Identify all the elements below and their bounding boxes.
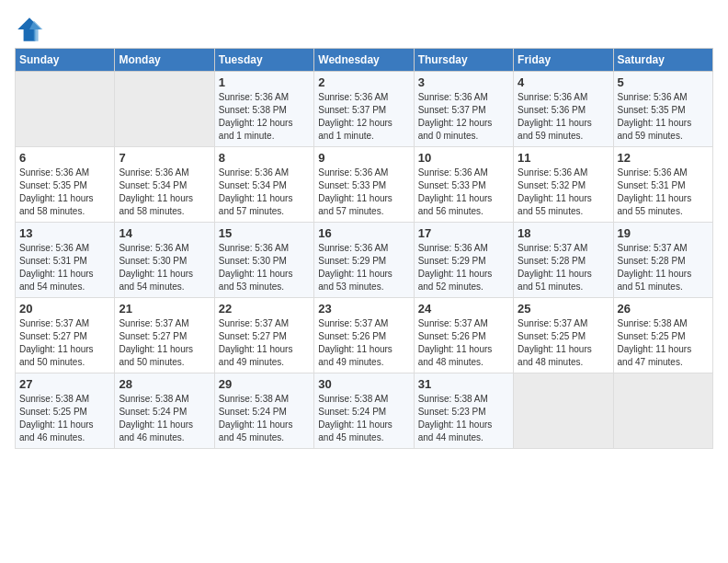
calendar-cell: 1Sunrise: 5:36 AMSunset: 5:38 PMDaylight… [214, 72, 313, 147]
day-info: Sunrise: 5:36 AMSunset: 5:34 PMDaylight:… [219, 167, 310, 218]
day-info: Sunrise: 5:37 AMSunset: 5:26 PMDaylight:… [418, 317, 509, 369]
day-info: Sunrise: 5:36 AMSunset: 5:30 PMDaylight:… [219, 242, 310, 293]
header-sunday: Sunday [16, 49, 115, 72]
header-friday: Friday [514, 49, 613, 72]
day-number: 25 [518, 302, 609, 316]
header-thursday: Thursday [414, 49, 513, 72]
calendar-cell: 26Sunrise: 5:38 AMSunset: 5:25 PMDayligh… [613, 298, 712, 373]
day-info: Sunrise: 5:37 AMSunset: 5:28 PMDaylight:… [618, 242, 709, 293]
day-number: 30 [318, 377, 409, 391]
calendar-week-row: 6Sunrise: 5:36 AMSunset: 5:35 PMDaylight… [16, 147, 713, 223]
calendar-cell [115, 72, 214, 147]
day-number: 21 [119, 302, 210, 316]
day-number: 2 [318, 75, 409, 89]
day-info: Sunrise: 5:38 AMSunset: 5:23 PMDaylight:… [418, 393, 509, 444]
calendar-cell: 12Sunrise: 5:36 AMSunset: 5:31 PMDayligh… [613, 147, 712, 223]
day-number: 1 [219, 75, 310, 89]
calendar-cell [16, 72, 115, 147]
header-saturday: Saturday [613, 49, 712, 72]
day-info: Sunrise: 5:36 AMSunset: 5:34 PMDaylight:… [119, 167, 210, 218]
day-number: 11 [518, 151, 609, 165]
day-info: Sunrise: 5:38 AMSunset: 5:24 PMDaylight:… [219, 393, 310, 444]
day-number: 20 [19, 302, 110, 316]
calendar-cell: 30Sunrise: 5:38 AMSunset: 5:24 PMDayligh… [314, 373, 414, 449]
calendar-cell: 19Sunrise: 5:37 AMSunset: 5:28 PMDayligh… [613, 223, 712, 298]
calendar-cell: 14Sunrise: 5:36 AMSunset: 5:30 PMDayligh… [115, 223, 214, 298]
day-number: 9 [318, 151, 409, 165]
day-info: Sunrise: 5:37 AMSunset: 5:28 PMDaylight:… [518, 242, 609, 293]
calendar-week-row: 27Sunrise: 5:38 AMSunset: 5:25 PMDayligh… [16, 373, 713, 449]
day-info: Sunrise: 5:36 AMSunset: 5:36 PMDaylight:… [518, 91, 609, 143]
calendar-cell: 13Sunrise: 5:36 AMSunset: 5:31 PMDayligh… [16, 223, 115, 298]
calendar-cell: 5Sunrise: 5:36 AMSunset: 5:35 PMDaylight… [613, 72, 712, 147]
day-number: 17 [418, 226, 509, 240]
day-info: Sunrise: 5:36 AMSunset: 5:32 PMDaylight:… [518, 167, 609, 218]
calendar-cell: 22Sunrise: 5:37 AMSunset: 5:27 PMDayligh… [214, 298, 313, 373]
calendar-cell: 16Sunrise: 5:36 AMSunset: 5:29 PMDayligh… [314, 223, 414, 298]
calendar-cell: 18Sunrise: 5:37 AMSunset: 5:28 PMDayligh… [514, 223, 613, 298]
day-info: Sunrise: 5:38 AMSunset: 5:24 PMDaylight:… [119, 393, 210, 444]
calendar-cell: 23Sunrise: 5:37 AMSunset: 5:26 PMDayligh… [314, 298, 414, 373]
day-number: 8 [219, 151, 310, 165]
day-number: 6 [19, 151, 110, 165]
calendar-cell: 28Sunrise: 5:38 AMSunset: 5:24 PMDayligh… [115, 373, 214, 449]
day-info: Sunrise: 5:36 AMSunset: 5:29 PMDaylight:… [418, 242, 509, 293]
day-info: Sunrise: 5:36 AMSunset: 5:35 PMDaylight:… [19, 167, 110, 218]
calendar-cell: 15Sunrise: 5:36 AMSunset: 5:30 PMDayligh… [214, 223, 313, 298]
day-info: Sunrise: 5:37 AMSunset: 5:25 PMDaylight:… [518, 317, 609, 369]
calendar-header-row: SundayMondayTuesdayWednesdayThursdayFrid… [16, 49, 713, 72]
day-number: 13 [19, 226, 110, 240]
day-info: Sunrise: 5:36 AMSunset: 5:30 PMDaylight:… [119, 242, 210, 293]
day-number: 10 [418, 151, 509, 165]
day-number: 29 [219, 377, 310, 391]
logo-icon [15, 15, 44, 44]
day-info: Sunrise: 5:36 AMSunset: 5:37 PMDaylight:… [418, 91, 509, 143]
day-info: Sunrise: 5:37 AMSunset: 5:27 PMDaylight:… [19, 317, 110, 369]
calendar-cell: 6Sunrise: 5:36 AMSunset: 5:35 PMDaylight… [16, 147, 115, 223]
day-info: Sunrise: 5:36 AMSunset: 5:35 PMDaylight:… [618, 91, 709, 143]
calendar-week-row: 20Sunrise: 5:37 AMSunset: 5:27 PMDayligh… [16, 298, 713, 373]
calendar-week-row: 1Sunrise: 5:36 AMSunset: 5:38 PMDaylight… [16, 72, 713, 147]
day-number: 18 [518, 226, 609, 240]
day-info: Sunrise: 5:36 AMSunset: 5:31 PMDaylight:… [19, 242, 110, 293]
day-info: Sunrise: 5:36 AMSunset: 5:37 PMDaylight:… [318, 91, 409, 143]
day-info: Sunrise: 5:37 AMSunset: 5:27 PMDaylight:… [219, 317, 310, 369]
calendar-cell [613, 373, 712, 449]
calendar-cell: 4Sunrise: 5:36 AMSunset: 5:36 PMDaylight… [514, 72, 613, 147]
calendar-cell: 2Sunrise: 5:36 AMSunset: 5:37 PMDaylight… [314, 72, 414, 147]
day-number: 19 [618, 226, 709, 240]
day-number: 28 [119, 377, 210, 391]
day-number: 5 [618, 75, 709, 89]
calendar-cell: 31Sunrise: 5:38 AMSunset: 5:23 PMDayligh… [414, 373, 513, 449]
day-number: 31 [418, 377, 509, 391]
day-info: Sunrise: 5:36 AMSunset: 5:38 PMDaylight:… [219, 91, 310, 143]
day-info: Sunrise: 5:38 AMSunset: 5:25 PMDaylight:… [618, 317, 709, 369]
day-number: 26 [618, 302, 709, 316]
day-info: Sunrise: 5:37 AMSunset: 5:26 PMDaylight:… [318, 317, 409, 369]
day-info: Sunrise: 5:38 AMSunset: 5:25 PMDaylight:… [19, 393, 110, 444]
day-number: 16 [318, 226, 409, 240]
calendar-cell: 8Sunrise: 5:36 AMSunset: 5:34 PMDaylight… [214, 147, 313, 223]
calendar-cell: 24Sunrise: 5:37 AMSunset: 5:26 PMDayligh… [414, 298, 513, 373]
calendar-cell: 29Sunrise: 5:38 AMSunset: 5:24 PMDayligh… [214, 373, 313, 449]
day-number: 14 [119, 226, 210, 240]
calendar-cell: 10Sunrise: 5:36 AMSunset: 5:33 PMDayligh… [414, 147, 513, 223]
calendar-table: SundayMondayTuesdayWednesdayThursdayFrid… [15, 48, 713, 449]
calendar-cell: 27Sunrise: 5:38 AMSunset: 5:25 PMDayligh… [16, 373, 115, 449]
day-number: 23 [318, 302, 409, 316]
day-number: 12 [618, 151, 709, 165]
calendar-cell: 7Sunrise: 5:36 AMSunset: 5:34 PMDaylight… [115, 147, 214, 223]
day-info: Sunrise: 5:38 AMSunset: 5:24 PMDaylight:… [318, 393, 409, 444]
header-monday: Monday [115, 49, 214, 72]
calendar-cell: 25Sunrise: 5:37 AMSunset: 5:25 PMDayligh… [514, 298, 613, 373]
calendar-week-row: 13Sunrise: 5:36 AMSunset: 5:31 PMDayligh… [16, 223, 713, 298]
header-tuesday: Tuesday [214, 49, 313, 72]
day-number: 24 [418, 302, 509, 316]
day-number: 7 [119, 151, 210, 165]
calendar-cell [514, 373, 613, 449]
page-header [15, 15, 713, 44]
day-number: 3 [418, 75, 509, 89]
day-info: Sunrise: 5:37 AMSunset: 5:27 PMDaylight:… [119, 317, 210, 369]
calendar-cell: 20Sunrise: 5:37 AMSunset: 5:27 PMDayligh… [16, 298, 115, 373]
day-number: 22 [219, 302, 310, 316]
